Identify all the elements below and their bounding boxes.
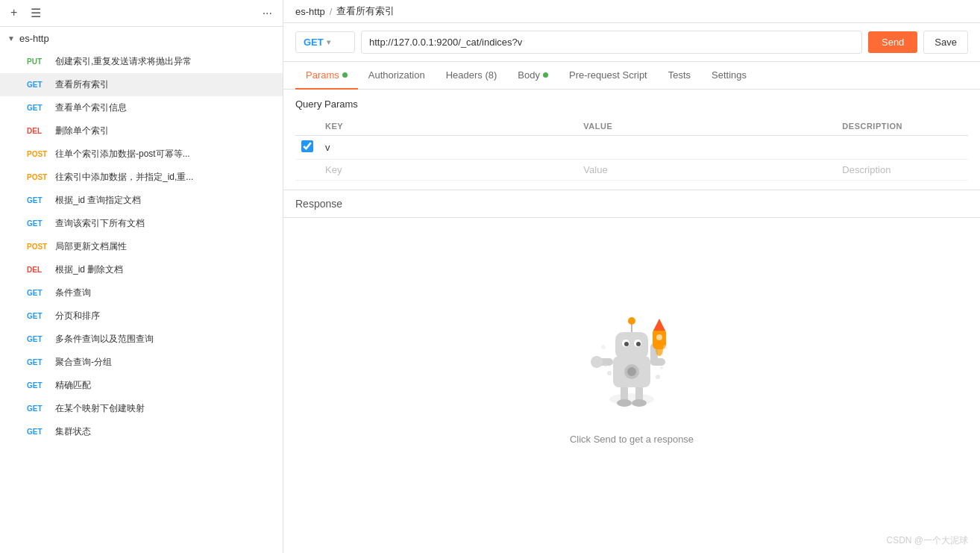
col-value: VALUE [577, 117, 836, 136]
method-badge-1: GET [27, 81, 51, 89]
sidebar-item-4[interactable]: POST往单个索引添加数据-post可幂等... [0, 143, 283, 166]
placeholder-desc-cell [836, 160, 968, 181]
sidebar-item-10[interactable]: GET条件查询 [0, 281, 283, 304]
item-label-0: 创建索引,重复发送请求将抛出异常 [55, 55, 192, 68]
collection-header[interactable]: ▼ es-http [0, 27, 283, 50]
sidebar-item-8[interactable]: POST局部更新文档属性 [0, 235, 283, 258]
method-badge-11: GET [27, 312, 51, 320]
sidebar-item-1[interactable]: GET查看所有索引 [0, 73, 283, 96]
tab-settings[interactable]: Settings [701, 62, 757, 90]
svg-point-27 [601, 345, 606, 349]
item-label-1: 查看所有索引 [55, 78, 109, 91]
tabs-bar: ParamsAuthorizationHeaders (8)BodyPre-re… [283, 62, 980, 90]
save-button[interactable]: Save [923, 31, 968, 54]
item-label-8: 局部更新文档属性 [55, 240, 127, 253]
item-label-15: 在某个映射下创建映射 [55, 402, 145, 415]
sidebar-item-15[interactable]: GET在某个映射下创建映射 [0, 397, 283, 420]
row-desc-input-0[interactable] [842, 142, 962, 153]
send-button[interactable]: Send [868, 31, 917, 53]
main-panel: es-http / 查看所有索引 GET ▾ Send Save ParamsA… [283, 0, 980, 553]
sidebar-item-14[interactable]: GET精确匹配 [0, 374, 283, 397]
sidebar-item-3[interactable]: DEL删除单个索引 [0, 119, 283, 143]
more-icon[interactable]: ··· [260, 5, 275, 22]
method-badge-2: GET [27, 104, 51, 112]
item-label-3: 删除单个索引 [55, 125, 109, 137]
tab-label-params: Params [306, 69, 339, 81]
chevron-icon: ▼ [7, 34, 15, 43]
breadcrumb: es-http / 查看所有索引 [283, 0, 980, 23]
item-label-5: 往索引中添加数据，并指定_id,重... [55, 171, 193, 184]
item-label-11: 分页和排序 [55, 310, 100, 322]
svg-point-14 [656, 334, 662, 340]
table-row-placeholder [295, 160, 968, 181]
tab-label-tests: Tests [668, 69, 691, 81]
method-badge-4: POST [27, 150, 51, 158]
method-badge-12: GET [27, 335, 51, 343]
tab-body[interactable]: Body [507, 62, 559, 90]
item-label-14: 精确匹配 [55, 379, 91, 392]
sidebar-item-13[interactable]: GET聚合查询-分组 [0, 351, 283, 374]
method-badge-8: POST [27, 243, 51, 251]
col-checkbox [295, 117, 319, 136]
tabs-container: ParamsAuthorizationHeaders (8)BodyPre-re… [295, 62, 757, 89]
tab-headers[interactable]: Headers (8) [436, 62, 508, 90]
placeholder-checkbox-cell [295, 160, 319, 181]
svg-point-22 [628, 317, 635, 325]
tab-tests[interactable]: Tests [658, 62, 701, 90]
placeholder-desc-input[interactable] [842, 164, 962, 175]
tab-label-authorization: Authorization [368, 69, 425, 81]
tab-authorization[interactable]: Authorization [358, 62, 436, 90]
sidebar-item-0[interactable]: PUT创建索引,重复发送请求将抛出异常 [0, 50, 283, 73]
breadcrumb-current: 查看所有索引 [336, 4, 395, 18]
response-header: Response [283, 190, 980, 218]
svg-point-20 [636, 342, 641, 346]
url-input[interactable] [361, 31, 862, 54]
svg-marker-13 [653, 319, 665, 331]
sidebar-item-16[interactable]: GET集群状态 [0, 420, 283, 443]
method-label: GET [304, 37, 324, 48]
placeholder-key-input[interactable] [325, 164, 571, 175]
placeholder-value-input[interactable] [583, 164, 830, 175]
method-badge-13: GET [27, 358, 51, 366]
method-badge-9: DEL [27, 266, 51, 274]
row-checkbox-0[interactable] [301, 140, 313, 152]
item-label-9: 根据_id 删除文档 [55, 263, 123, 276]
breadcrumb-separator: / [330, 6, 333, 17]
sidebar-item-2[interactable]: GET查看单个索引信息 [0, 96, 283, 119]
item-label-10: 条件查询 [55, 287, 91, 299]
sidebar-item-6[interactable]: GET根据_id 查询指定文档 [0, 189, 283, 212]
sidebar-item-5[interactable]: POST往索引中添加数据，并指定_id,重... [0, 166, 283, 189]
method-badge-15: GET [27, 404, 51, 413]
query-params-title: Query Params [295, 99, 968, 110]
method-badge-14: GET [27, 381, 51, 390]
row-key-input-0[interactable] [325, 142, 571, 153]
request-bar: GET ▾ Send Save [283, 23, 980, 62]
sidebar-item-12[interactable]: GET多条件查询以及范围查询 [0, 328, 283, 351]
filter-icon[interactable]: ☰ [28, 4, 44, 22]
item-label-6: 根据_id 查询指定文档 [55, 194, 141, 207]
placeholder-value-cell [577, 160, 836, 181]
params-tbody [295, 136, 968, 181]
row-value-input-0[interactable] [583, 142, 830, 153]
tab-content-params: Query Params KEY VALUE DESCRIPTION [283, 90, 980, 190]
method-badge-0: PUT [27, 57, 51, 66]
tab-pre-request[interactable]: Pre-request Script [559, 62, 658, 90]
method-selector[interactable]: GET ▾ [295, 31, 355, 53]
svg-point-3 [617, 399, 632, 407]
sidebar-item-7[interactable]: GET查询该索引下所有文档 [0, 212, 283, 235]
add-icon[interactable]: + [7, 4, 20, 22]
response-hint: Click Send to get a response [570, 434, 694, 445]
sidebar-item-9[interactable]: DEL根据_id 删除文档 [0, 258, 283, 281]
col-description: DESCRIPTION [836, 117, 968, 136]
item-label-16: 集群状态 [55, 425, 91, 438]
svg-point-0 [609, 393, 654, 405]
collection-name: es-http [19, 33, 49, 44]
col-key: KEY [319, 117, 577, 136]
tab-params[interactable]: Params [295, 62, 358, 90]
collection: ▼ es-http PUT创建索引,重复发送请求将抛出异常GET查看所有索引GE… [0, 27, 283, 443]
toolbar-left: + ☰ [7, 4, 44, 22]
breadcrumb-parent: es-http [295, 6, 325, 17]
item-label-4: 往单个索引添加数据-post可幂等... [55, 148, 190, 160]
svg-point-23 [607, 371, 612, 375]
sidebar-item-11[interactable]: GET分页和排序 [0, 304, 283, 328]
